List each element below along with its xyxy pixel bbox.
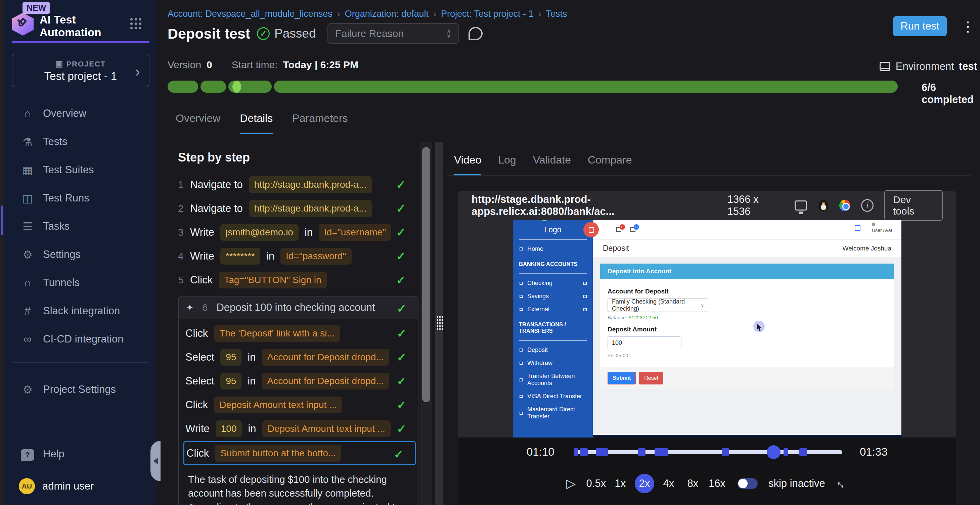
- environment-label: Environment: [896, 60, 954, 73]
- sidebar-item-ci-cd-integration[interactable]: ∞CI-CD integration: [4, 325, 156, 353]
- speed-option-8x[interactable]: 8x: [683, 474, 703, 493]
- steps-scrollbar-thumb[interactable]: [422, 147, 430, 402]
- breadcrumb-link[interactable]: Organization: default: [345, 9, 428, 19]
- chevron-down-icon: ∨: [701, 303, 704, 308]
- breadcrumb-link[interactable]: Project: Test project - 1: [441, 9, 534, 19]
- kebab-menu-icon[interactable]: ⋮: [961, 19, 975, 34]
- step-value-chip: 95: [220, 373, 242, 389]
- timeline-track[interactable]: [574, 450, 842, 454]
- step-group-title: Deposit 100 into checking account: [216, 302, 375, 314]
- sidebar-item-tunnels[interactable]: ∩Tunnels: [4, 268, 156, 297]
- step-conjunction: in: [266, 250, 274, 262]
- timeline-activity-marker: [784, 448, 788, 456]
- progress-segment: [168, 81, 198, 93]
- timeline-playhead[interactable]: [767, 445, 781, 459]
- breadcrumb-link[interactable]: Tests: [546, 9, 567, 19]
- step-target-chip: Account for Deposit dropd...: [262, 349, 389, 366]
- sidebar-item-help[interactable]: ? Help: [4, 440, 156, 468]
- home-icon: ⌂: [20, 107, 35, 120]
- sidebar-item-tasks[interactable]: ☰Tasks: [4, 212, 156, 240]
- timeline-activity-marker: [580, 448, 588, 456]
- step-action: Navigate to: [190, 202, 243, 214]
- step-row[interactable]: Select95inAccount for Deposit dropd...✓: [185, 345, 418, 369]
- step-row[interactable]: 2Navigate tohttp://stage.dbank.prod-a...…: [178, 197, 419, 220]
- sidebar-item-label: Project Settings: [43, 383, 116, 395]
- bank-page-header: Deposit Welcome Joshua: [593, 240, 901, 257]
- step-row[interactable]: ClickThe 'Deposit' link with a si...✓: [185, 321, 418, 345]
- step-group: ✦ 6 Deposit 100 into checking account ✓ …: [178, 296, 418, 505]
- step-row[interactable]: 1Navigate tohttp://stage.dbank.prod-a...…: [178, 173, 419, 197]
- panel-resize-divider[interactable]: [435, 142, 443, 505]
- step-row[interactable]: 4Write********inId="password"✓: [178, 244, 419, 268]
- sidebar-item-label: Test Runs: [43, 192, 89, 204]
- step-row[interactable]: ClickSubmit button at the botto...✓: [183, 441, 416, 465]
- sidebar-item-slack-integration[interactable]: #Slack integration: [4, 297, 156, 325]
- bank-nav-item: Withdraw: [513, 357, 593, 370]
- user-menu[interactable]: AU admin user: [4, 478, 156, 494]
- failure-reason-select[interactable]: Failure Reason ∧∨: [328, 23, 459, 44]
- broken-image-icon: 0: [616, 227, 621, 232]
- step-group-header[interactable]: ✦ 6 Deposit 100 into checking account ✓: [179, 297, 418, 319]
- tab-details[interactable]: Details: [240, 112, 273, 134]
- skip-inactive-toggle[interactable]: [738, 478, 758, 489]
- infinity-icon: ∞: [20, 333, 35, 346]
- list-icon: ☰: [20, 220, 35, 233]
- environment-indicator: Environment test: [880, 60, 977, 73]
- sidebar-item-project-settings[interactable]: ⚙Project Settings: [4, 375, 156, 403]
- step-row[interactable]: Write100inDeposit Amount text input ...✓: [185, 417, 418, 440]
- start-time-label: Start time:: [232, 59, 278, 70]
- time-current: 01:10: [527, 446, 554, 458]
- bank-main: 0 0 User Avat Deposit Welcome Joshua Dep…: [593, 220, 901, 438]
- main-tabs: OverviewDetailsParameters: [176, 112, 348, 134]
- step-row[interactable]: 3Writejsmith@demo.ioinId="username"✓: [178, 220, 419, 244]
- square-icon: [520, 295, 523, 298]
- step-row[interactable]: Select95inAccount for Deposit dropd...✓: [185, 369, 418, 393]
- run-test-button[interactable]: Run test: [893, 16, 947, 36]
- comment-bubble-icon[interactable]: [469, 27, 483, 40]
- fullscreen-icon[interactable]: ↔: [832, 474, 851, 492]
- video-tabs: VideoLogValidateCompare: [454, 154, 632, 176]
- speed-option-4x[interactable]: 4x: [659, 474, 678, 493]
- timeline-activity-marker: [574, 448, 578, 456]
- step-number: 1: [178, 179, 190, 191]
- sidebar-item-tests[interactable]: ⚗Tests: [4, 128, 156, 156]
- bank-nav-label: Mastercard Direct Transfer: [527, 406, 587, 420]
- version-label: Version: [168, 59, 201, 70]
- step-row[interactable]: ClickDeposit Amount text input ...✓: [185, 393, 418, 417]
- info-icon[interactable]: i: [861, 199, 873, 212]
- sidebar-divider: [12, 362, 150, 363]
- project-selector[interactable]: ▣PROJECT Test project - 1 ›: [12, 54, 150, 87]
- step-row[interactable]: 5ClickTag="BUTTON" Sign in✓: [178, 268, 419, 292]
- sidebar-item-settings[interactable]: ⚙Settings: [4, 240, 156, 268]
- progress-label: 6/6 completed: [921, 82, 980, 106]
- tab-parameters[interactable]: Parameters: [292, 112, 348, 134]
- bank-nav: BANKING ACCOUNTSCheckingSavingsExternalT…: [513, 256, 593, 423]
- tab-overview[interactable]: Overview: [176, 112, 220, 134]
- check-icon: ✓: [397, 375, 407, 388]
- video-tab-video[interactable]: Video: [454, 154, 481, 176]
- step-value-chip: http://stage.dbank.prod-a...: [249, 176, 372, 193]
- app-launcher-icon[interactable]: [130, 18, 142, 30]
- sidebar-item-overview[interactable]: ⌂Overview: [4, 99, 156, 128]
- breadcrumb-link[interactable]: Account: Devspace_all_module_licenses: [168, 9, 332, 19]
- bank-nav-label: Transfer Between Accounts: [527, 373, 587, 387]
- sidebar-help: ? Help: [4, 440, 156, 468]
- video-tab-log[interactable]: Log: [498, 154, 516, 176]
- panel-resize-grip-icon[interactable]: [437, 316, 438, 318]
- bank-nav-item: VISA Direct Transfer: [513, 390, 593, 403]
- breadcrumb-separator-icon: ›: [534, 9, 546, 19]
- speed-option-0.5x[interactable]: 0.5x: [586, 474, 606, 493]
- play-icon[interactable]: ▷: [566, 476, 576, 491]
- speed-option-2x[interactable]: 2x: [635, 474, 654, 493]
- sidebar-collapse-handle[interactable]: [150, 441, 161, 481]
- sidebar-item-test-runs[interactable]: ◫Test Runs: [4, 184, 156, 212]
- speed-option-16x[interactable]: 16x: [707, 474, 727, 493]
- sidebar-item-test-suites[interactable]: ▦Test Suites: [4, 156, 156, 184]
- speed-option-1x[interactable]: 1x: [611, 474, 630, 493]
- dev-tools-button[interactable]: Dev tools: [884, 190, 943, 221]
- bank-logo: Logo: [513, 220, 593, 234]
- bank-user-caption: User Avat: [872, 222, 893, 233]
- video-tab-validate[interactable]: Validate: [533, 154, 571, 176]
- video-tab-compare[interactable]: Compare: [588, 154, 632, 176]
- left-edge-scroll-indicator[interactable]: [1, 205, 3, 235]
